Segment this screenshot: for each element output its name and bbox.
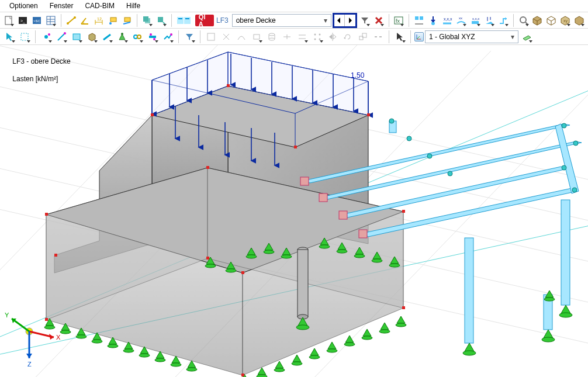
tool-member-load-icon[interactable]: x,x,x bbox=[441, 13, 454, 27]
tool-3d-wire-icon[interactable] bbox=[545, 13, 558, 27]
tool-dimension-icon[interactable]: 12 bbox=[92, 13, 105, 27]
svg-point-151 bbox=[171, 363, 181, 366]
tool-table-icon[interactable] bbox=[44, 13, 57, 27]
tool-new-icon[interactable] bbox=[2, 13, 15, 27]
tool-align-icon[interactable] bbox=[295, 30, 309, 44]
menu-cadbim[interactable]: CAD-BIM bbox=[79, 1, 120, 11]
tool-scale-icon[interactable] bbox=[356, 30, 370, 44]
menu-optionen[interactable]: Optionen bbox=[4, 1, 44, 11]
svg-point-135 bbox=[389, 119, 394, 123]
tool-line-load-icon[interactable]: xx bbox=[455, 13, 468, 27]
tool-area-load-icon[interactable]: x,x,x bbox=[469, 13, 482, 27]
loadcase-id-label: LF3 bbox=[215, 16, 231, 25]
tool-cylinder-icon[interactable] bbox=[265, 30, 279, 44]
tool-box-icon[interactable] bbox=[250, 30, 264, 44]
tool-console-icon[interactable]: >_ bbox=[16, 13, 29, 27]
coord-system-combo[interactable]: 1 - Global XYZ ▾ bbox=[425, 30, 518, 43]
loadcase-combo[interactable]: obere Decke ▾ bbox=[232, 14, 331, 27]
tool-view-direction-icon[interactable]: xy bbox=[559, 13, 572, 27]
tool-releases-icon[interactable] bbox=[146, 30, 160, 44]
coord-system-icon bbox=[414, 32, 424, 41]
tool-select-arrow-icon[interactable] bbox=[2, 30, 16, 44]
svg-point-10 bbox=[74, 16, 76, 19]
menu-fenster[interactable]: Fenster bbox=[44, 1, 79, 11]
svg-rect-20 bbox=[143, 16, 148, 22]
tool-rotate-icon[interactable] bbox=[341, 30, 355, 44]
tool-break-icon[interactable] bbox=[371, 30, 385, 44]
tool-select-box-icon[interactable] bbox=[18, 30, 32, 44]
tool-result-diagram-icon[interactable] bbox=[413, 13, 426, 27]
svg-rect-25 bbox=[185, 18, 189, 19]
svg-rect-21 bbox=[158, 17, 163, 22]
svg-point-137 bbox=[427, 154, 432, 158]
loadcase-combo-text: obere Decke bbox=[236, 16, 318, 25]
tool-divide-icon[interactable] bbox=[280, 30, 294, 44]
tool-imposed-deform-icon[interactable] bbox=[497, 13, 510, 27]
tool-load-cases-overview-icon[interactable] bbox=[175, 13, 194, 27]
tool-member-create-icon[interactable] bbox=[100, 30, 114, 44]
qa-badge: QI A bbox=[195, 15, 214, 26]
toolbar-row-1: >_ >SC 12 bbox=[0, 12, 588, 28]
prev-loadcase-button[interactable] bbox=[334, 15, 345, 26]
svg-rect-26 bbox=[395, 17, 403, 24]
svg-rect-184 bbox=[402, 210, 405, 213]
chevron-down-icon: ▾ bbox=[321, 16, 330, 25]
scene-svg: X Y Z bbox=[0, 45, 588, 377]
tool-3d-iso-icon[interactable] bbox=[531, 13, 544, 27]
tool-calc-params-icon[interactable]: fx bbox=[392, 13, 405, 27]
tool-solid-create-icon[interactable] bbox=[85, 30, 99, 44]
svg-point-170 bbox=[354, 254, 365, 258]
next-loadcase-button[interactable] bbox=[345, 15, 355, 26]
tool-curve-icon[interactable] bbox=[234, 30, 248, 44]
tool-filter-loadcase-icon[interactable] bbox=[358, 13, 371, 27]
tool-free-load-icon[interactable] bbox=[483, 13, 496, 27]
svg-point-139 bbox=[562, 123, 566, 128]
tool-measure-angle-icon[interactable] bbox=[79, 13, 92, 27]
viewport-3d[interactable]: X Y Z LF3 - obere Decke Lasten [kN/m²] 1… bbox=[0, 44, 588, 377]
tool-hinge-create-icon[interactable] bbox=[130, 30, 144, 44]
svg-text:x,x,x: x,x,x bbox=[472, 17, 479, 20]
svg-rect-28 bbox=[415, 16, 418, 20]
svg-rect-98 bbox=[298, 250, 308, 317]
svg-point-9 bbox=[67, 22, 69, 25]
tool-measure-line-icon[interactable] bbox=[65, 13, 78, 27]
tool-3d-solid-icon[interactable] bbox=[573, 13, 586, 27]
tool-extend-icon[interactable] bbox=[204, 30, 218, 44]
tool-delete-loadcase-icon[interactable] bbox=[372, 13, 385, 27]
svg-point-166 bbox=[264, 250, 274, 254]
tool-workplane-icon[interactable] bbox=[520, 30, 534, 44]
tool-coord-member-icon[interactable] bbox=[120, 13, 133, 27]
tool-view-zoom-all-icon[interactable] bbox=[517, 13, 530, 27]
tool-line-create-icon[interactable] bbox=[54, 30, 68, 44]
tool-select-filter-icon[interactable] bbox=[393, 30, 407, 44]
svg-rect-132 bbox=[319, 193, 327, 202]
tool-paste-block-icon[interactable] bbox=[155, 13, 168, 27]
svg-rect-178 bbox=[151, 113, 154, 116]
tool-array-icon[interactable] bbox=[310, 30, 324, 44]
tool-trim-icon[interactable] bbox=[219, 30, 233, 44]
tool-copy-block-icon[interactable] bbox=[141, 13, 154, 27]
tool-surface-create-icon[interactable] bbox=[70, 30, 84, 44]
chevron-down-icon: ▾ bbox=[509, 33, 517, 41]
tool-filter-icon[interactable] bbox=[182, 30, 196, 44]
svg-rect-70 bbox=[359, 36, 363, 40]
svg-point-56 bbox=[170, 33, 172, 36]
tool-node-create-icon[interactable] bbox=[39, 30, 53, 44]
svg-rect-22 bbox=[177, 17, 184, 24]
svg-rect-58 bbox=[254, 34, 260, 39]
svg-point-147 bbox=[108, 344, 118, 348]
tool-mirror-icon[interactable] bbox=[326, 30, 340, 44]
tool-coord-node-icon[interactable] bbox=[106, 13, 119, 27]
tool-sets-icon[interactable] bbox=[161, 30, 175, 44]
toolbars: >_ >SC 12 bbox=[0, 12, 588, 44]
svg-rect-123 bbox=[561, 200, 570, 305]
svg-point-156 bbox=[292, 362, 302, 365]
menu-hilfe[interactable]: Hilfe bbox=[120, 1, 146, 11]
svg-point-155 bbox=[274, 368, 285, 372]
tool-script-icon[interactable]: >SC bbox=[30, 13, 43, 27]
svg-rect-71 bbox=[362, 33, 366, 37]
svg-rect-190 bbox=[54, 254, 57, 257]
tool-node-load-icon[interactable] bbox=[427, 13, 440, 27]
tool-support-create-icon[interactable] bbox=[115, 30, 129, 44]
svg-point-66 bbox=[319, 33, 321, 35]
